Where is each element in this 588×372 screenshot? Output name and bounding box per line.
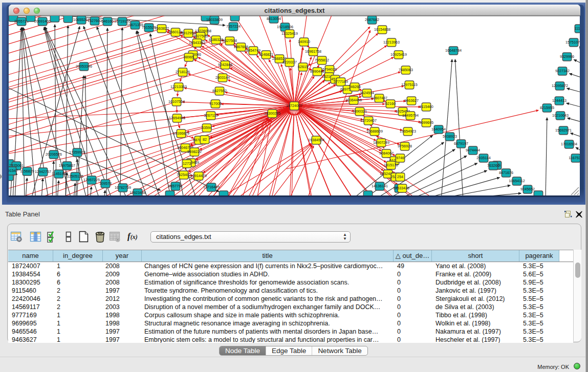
svg-text:7955812: 7955812	[315, 58, 329, 62]
svg-text:19384554: 19384554	[308, 138, 324, 142]
svg-text:15692971: 15692971	[555, 128, 572, 133]
svg-text:8186328: 8186328	[209, 37, 223, 42]
svg-text:17016504: 17016504	[561, 142, 577, 146]
svg-text:9699695: 9699695	[419, 120, 433, 125]
svg-text:11172: 11172	[575, 26, 580, 31]
svg-text:9146821: 9146821	[259, 52, 273, 57]
svg-text:17957225: 17957225	[83, 178, 100, 182]
svg-text:18495794: 18495794	[402, 113, 419, 118]
svg-text:10688609: 10688609	[366, 129, 383, 134]
svg-text:1244413: 1244413	[552, 98, 567, 103]
svg-text:140910: 140910	[298, 39, 310, 44]
svg-text:8471676: 8471676	[499, 170, 513, 175]
svg-text:646160: 646160	[101, 19, 114, 24]
svg-text:7485063: 7485063	[399, 68, 413, 72]
svg-text:16648784: 16648784	[445, 48, 462, 53]
svg-text:1145194: 1145194	[52, 171, 66, 176]
svg-text:109578: 109578	[99, 181, 112, 186]
svg-text:82: 82	[203, 137, 207, 142]
svg-text:8215955: 8215955	[540, 105, 554, 110]
svg-text:7357224: 7357224	[226, 24, 241, 29]
svg-text:14136141: 14136141	[372, 184, 388, 188]
svg-text:19218506: 19218506	[277, 25, 293, 29]
svg-text:7515526: 7515526	[142, 25, 156, 30]
svg-text:16961758: 16961758	[305, 49, 321, 54]
svg-text:9329966: 9329966	[560, 54, 574, 59]
svg-text:20053346: 20053346	[76, 64, 92, 69]
svg-text:1640954: 1640954	[431, 127, 446, 132]
svg-text:16671355: 16671355	[127, 23, 143, 27]
svg-text:12213963: 12213963	[383, 40, 400, 45]
svg-text:9463627: 9463627	[404, 98, 419, 103]
svg-text:20364456: 20364456	[345, 98, 362, 102]
svg-text:2935114: 2935114	[476, 156, 490, 160]
svg-text:391547: 391547	[9, 168, 18, 173]
svg-text:3267110: 3267110	[204, 113, 217, 118]
svg-text:1527602: 1527602	[88, 18, 102, 23]
svg-text:9084067: 9084067	[379, 151, 394, 156]
svg-text:19654923: 19654923	[400, 129, 416, 134]
svg-text:8220337: 8220337	[282, 60, 297, 64]
svg-text:19975867: 19975867	[59, 163, 75, 168]
svg-text:62615: 62615	[298, 64, 308, 69]
svg-text:62160: 62160	[385, 101, 396, 106]
svg-text:254: 254	[397, 174, 403, 179]
svg-text:20691406: 20691406	[34, 19, 51, 24]
svg-text:15716485: 15716485	[203, 185, 220, 189]
svg-text:1273: 1273	[183, 161, 191, 166]
svg-text:10654112: 10654112	[509, 179, 525, 183]
svg-text:6879197: 6879197	[454, 141, 468, 146]
svg-text:12505135: 12505135	[67, 174, 83, 179]
svg-text:9245652: 9245652	[520, 187, 535, 191]
svg-text:9327508: 9327508	[223, 38, 237, 43]
svg-text:9327503: 9327503	[193, 34, 208, 38]
svg-text:1890321: 1890321	[353, 109, 367, 114]
svg-text:12213363: 12213363	[170, 84, 187, 89]
svg-text:5498222: 5498222	[187, 149, 202, 154]
svg-text:9115460: 9115460	[419, 104, 433, 109]
svg-text:16914479: 16914479	[190, 173, 207, 178]
svg-text:10210643: 10210643	[552, 113, 569, 118]
svg-text:10925419: 10925419	[390, 52, 407, 57]
svg-text:15720407: 15720407	[360, 118, 377, 123]
svg-text:12975115: 12975115	[401, 82, 417, 87]
svg-text:12942757: 12942757	[35, 169, 51, 174]
svg-text:917005: 917005	[209, 101, 222, 106]
svg-text:10607487: 10607487	[371, 96, 387, 100]
svg-text:18300295: 18300295	[264, 111, 280, 116]
svg-text:7663822: 7663822	[155, 26, 169, 31]
svg-text:9242848: 9242848	[218, 62, 232, 67]
svg-text:16107554: 16107554	[168, 99, 185, 104]
svg-text:20206576: 20206576	[46, 152, 62, 157]
svg-text:12923448: 12923448	[129, 190, 146, 195]
svg-text:17359928: 17359928	[69, 150, 85, 155]
svg-text:16154838: 16154838	[374, 27, 390, 32]
svg-text:1167533: 1167533	[569, 156, 580, 160]
svg-text:9227342: 9227342	[555, 69, 570, 73]
svg-text:9533426: 9533426	[395, 186, 409, 190]
svg-text:9857791: 9857791	[168, 184, 183, 188]
svg-text:53594: 53594	[202, 125, 212, 130]
svg-text:6794028: 6794028	[322, 67, 337, 72]
svg-text:12095872: 12095872	[552, 83, 568, 88]
svg-text:16782759: 16782759	[115, 185, 131, 190]
svg-text:8454749: 8454749	[246, 48, 260, 53]
svg-text:9777169: 9777169	[334, 79, 348, 84]
svg-text:8427552: 8427552	[212, 89, 227, 93]
svg-text:746266: 746266	[349, 84, 361, 89]
svg-text:5938923: 5938923	[443, 134, 457, 139]
svg-text:2087682: 2087682	[365, 17, 379, 22]
svg-text:2718126: 2718126	[176, 70, 190, 74]
svg-text:16543382: 16543382	[189, 40, 205, 45]
svg-text:8660124: 8660124	[168, 30, 183, 34]
svg-text:9474444: 9474444	[466, 148, 480, 152]
svg-text:13325419: 13325419	[281, 31, 298, 36]
svg-text:8813054: 8813054	[267, 16, 281, 21]
svg-text:9746: 9746	[396, 156, 404, 160]
svg-text:7625402: 7625402	[177, 172, 191, 177]
svg-text:9756928: 9756928	[398, 144, 412, 148]
svg-text:3624554: 3624554	[360, 91, 374, 95]
svg-text:18907249: 18907249	[373, 140, 389, 145]
svg-text:1815172: 1815172	[384, 163, 398, 167]
svg-text:98965: 98965	[184, 55, 194, 59]
